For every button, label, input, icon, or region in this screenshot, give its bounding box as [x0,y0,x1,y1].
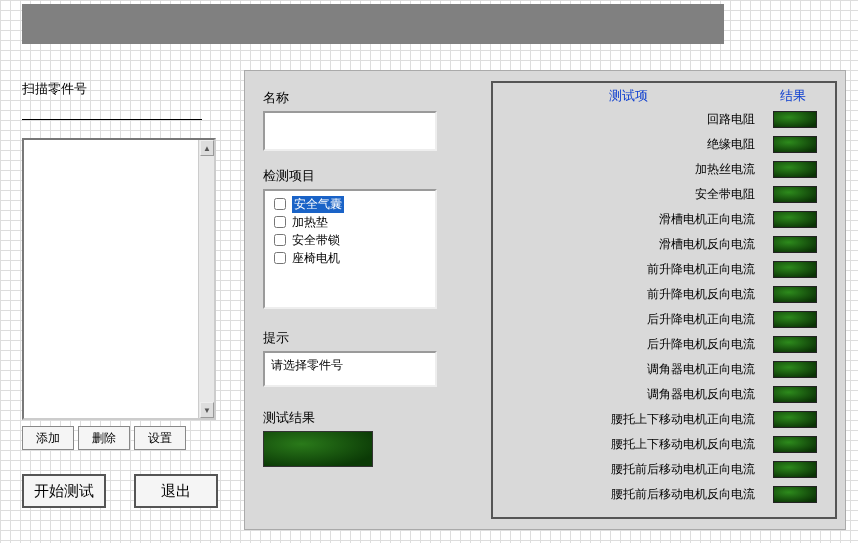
name-textbox[interactable] [263,111,437,151]
result-item-name: 安全带电阻 [493,186,773,203]
result-item-name: 调角器电机反向电流 [493,386,773,403]
result-row: 后升降电机正向电流 [493,307,835,332]
scan-label: 扫描零件号 [22,80,222,98]
check-item-label: 安全带锁 [292,232,340,249]
scroll-up-icon[interactable]: ▲ [200,140,214,156]
results-header-test: 测试项 [493,87,763,105]
result-item-name: 前升降电机反向电流 [493,286,773,303]
scroll-down-icon[interactable]: ▼ [200,402,214,418]
check-item[interactable]: 安全气囊 [269,195,431,213]
result-indicator [773,461,817,478]
result-row: 后升降电机反向电流 [493,332,835,357]
listbox-scrollbar[interactable]: ▲ ▼ [198,140,214,418]
result-item-name: 腰托前后移动电机正向电流 [493,461,773,478]
result-indicator [773,136,817,153]
check-item-label: 座椅电机 [292,250,340,267]
checklist-label: 检测项目 [263,167,463,185]
result-indicator [773,386,817,403]
start-test-button[interactable]: 开始测试 [22,474,106,508]
result-row: 调角器电机反向电流 [493,382,835,407]
result-row: 腰托上下移动电机反向电流 [493,432,835,457]
check-item-label: 安全气囊 [292,196,344,213]
result-item-name: 腰托上下移动电机反向电流 [493,436,773,453]
result-item-name: 调角器电机正向电流 [493,361,773,378]
result-row: 前升降电机正向电流 [493,257,835,282]
part-listbox[interactable]: ▲ ▼ [22,138,216,420]
result-row: 腰托上下移动电机正向电流 [493,407,835,432]
result-item-name: 后升降电机正向电流 [493,311,773,328]
result-item-name: 腰托上下移动电机正向电流 [493,411,773,428]
result-row: 调角器电机正向电流 [493,357,835,382]
hint-label: 提示 [263,329,463,347]
result-indicator [773,311,817,328]
result-item-name: 后升降电机反向电流 [493,336,773,353]
result-indicator [773,111,817,128]
test-result-label: 测试结果 [263,409,463,427]
result-indicator [773,436,817,453]
result-indicator [773,186,817,203]
name-label: 名称 [263,89,463,107]
result-item-name: 加热丝电流 [493,161,773,178]
result-row: 绝缘电阻 [493,132,835,157]
check-item-checkbox[interactable] [274,252,286,264]
result-row: 滑槽电机反向电流 [493,232,835,257]
settings-button[interactable]: 设置 [134,426,186,450]
main-panel: 名称 检测项目 安全气囊加热垫安全带锁座椅电机 提示 请选择零件号 测试结果 测… [244,70,846,530]
check-item-checkbox[interactable] [274,234,286,246]
exit-button[interactable]: 退出 [134,474,218,508]
result-item-name: 滑槽电机反向电流 [493,236,773,253]
test-result-indicator [263,431,373,467]
result-item-name: 绝缘电阻 [493,136,773,153]
check-item-checkbox[interactable] [274,216,286,228]
result-indicator [773,411,817,428]
result-indicator [773,161,817,178]
check-item[interactable]: 安全带锁 [269,231,431,249]
check-item-checkbox[interactable] [274,198,286,210]
result-row: 回路电阻 [493,107,835,132]
result-row: 前升降电机反向电流 [493,282,835,307]
left-panel: 扫描零件号 ▲ ▼ 添加 删除 设置 开始测试 退出 [22,80,222,508]
result-item-name: 前升降电机正向电流 [493,261,773,278]
result-item-name: 回路电阻 [493,111,773,128]
result-row: 腰托前后移动电机反向电流 [493,482,835,507]
scan-input[interactable] [22,100,202,120]
result-row: 安全带电阻 [493,182,835,207]
check-item[interactable]: 加热垫 [269,213,431,231]
result-item-name: 腰托前后移动电机反向电流 [493,486,773,503]
result-indicator [773,361,817,378]
results-panel: 测试项 结果 回路电阻绝缘电阻加热丝电流安全带电阻滑槽电机正向电流滑槽电机反向电… [491,81,837,519]
add-button[interactable]: 添加 [22,426,74,450]
title-banner [22,4,724,44]
result-indicator [773,211,817,228]
check-item[interactable]: 座椅电机 [269,249,431,267]
result-row: 腰托前后移动电机正向电流 [493,457,835,482]
result-indicator [773,486,817,503]
delete-button[interactable]: 删除 [78,426,130,450]
result-indicator [773,286,817,303]
check-item-label: 加热垫 [292,214,328,231]
result-item-name: 滑槽电机正向电流 [493,211,773,228]
results-header-result: 结果 [763,87,823,105]
checklist-box[interactable]: 安全气囊加热垫安全带锁座椅电机 [263,189,437,309]
result-row: 滑槽电机正向电流 [493,207,835,232]
result-indicator [773,336,817,353]
result-row: 加热丝电流 [493,157,835,182]
result-indicator [773,236,817,253]
result-indicator [773,261,817,278]
hint-textbox: 请选择零件号 [263,351,437,387]
